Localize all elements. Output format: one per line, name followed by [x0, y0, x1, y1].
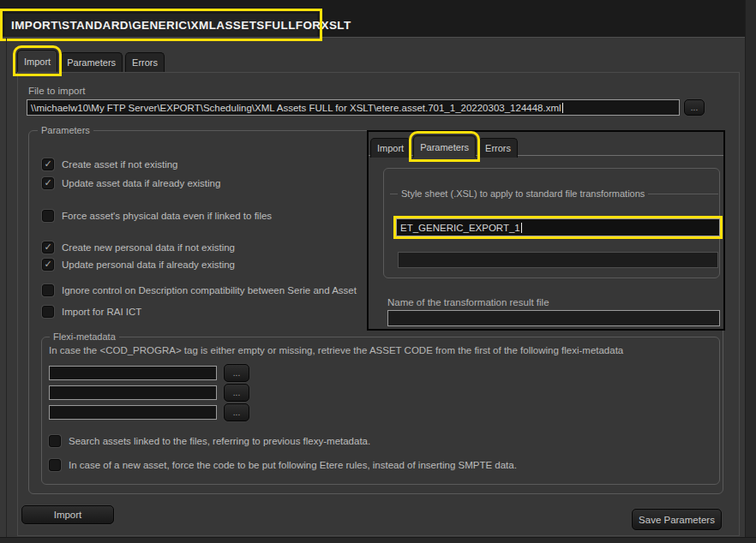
flexi-metadata-group-label: Flexi-metadata	[50, 331, 119, 342]
flexi-field-2[interactable]	[49, 385, 217, 400]
checkbox-box[interactable]	[42, 210, 54, 222]
checkbox-box[interactable]	[42, 242, 54, 254]
nested-tab-import[interactable]: Import	[370, 138, 411, 158]
checkbox-row-force-physical[interactable]: Force asset's physical data even if link…	[42, 209, 272, 222]
flexi-browse-button-1[interactable]: ...	[224, 364, 249, 382]
checkbox-label: Force asset's physical data even if link…	[62, 211, 272, 221]
checkbox-row-update-asset[interactable]: Update asset data if already existing	[42, 176, 220, 189]
tab-import[interactable]: Import	[17, 50, 57, 72]
file-to-import-label: File to import	[28, 86, 85, 96]
checkbox-row-search-assets[interactable]: Search assets linked to the files, refer…	[49, 434, 370, 447]
checkbox-label: Create new personal data if not existing	[62, 242, 235, 253]
checkbox-label: Ignore control on Description compatibil…	[62, 285, 357, 295]
nested-tab-parameters[interactable]: Parameters	[413, 135, 476, 158]
checkbox-row-ignore-description[interactable]: Ignore control on Description compatibil…	[42, 283, 357, 296]
checkbox-label: Update asset data if already existing	[62, 178, 220, 188]
flexi-field-1[interactable]	[49, 366, 217, 380]
checkbox-row-create-asset[interactable]: Create asset if not existing	[42, 158, 178, 170]
file-browse-button[interactable]: ...	[684, 99, 705, 116]
title-bar: IMPORT\STANDARD\GENERIC\XMLASSETSFULLFOR…	[0, 0, 756, 38]
save-parameters-button[interactable]: Save Parameters	[632, 509, 722, 530]
result-file-input[interactable]	[387, 310, 720, 326]
checkbox-label: Search assets linked to the files, refer…	[69, 436, 370, 446]
main-tab-strip: Import Parameters Errors	[17, 50, 165, 72]
checkbox-box[interactable]	[42, 306, 54, 318]
checkbox-box[interactable]	[42, 177, 54, 189]
style-sheet-group-label: Style sheet (.XSL) to apply to standard …	[398, 188, 648, 199]
flexi-browse-button-3[interactable]: ...	[224, 403, 249, 421]
checkbox-box[interactable]	[42, 284, 54, 296]
result-file-label: Name of the transformation result file	[387, 297, 549, 307]
text-cursor	[521, 223, 522, 233]
import-button[interactable]: Import	[21, 505, 114, 524]
tab-errors[interactable]: Errors	[125, 52, 165, 72]
window-bottom-edge	[0, 537, 756, 543]
window-left-edge	[6, 38, 7, 537]
parameters-group-label: Parameters	[38, 125, 93, 135]
checkbox-label: In case of a new asset, force the code t…	[69, 460, 517, 470]
checkbox-box[interactable]	[42, 259, 54, 271]
window-right-edge	[745, 0, 756, 543]
file-to-import-value: \\michaelw10\My FTP Server\EXPORT\Schedu…	[31, 103, 561, 113]
checkbox-box[interactable]	[42, 158, 54, 170]
file-to-import-input[interactable]: \\michaelw10\My FTP Server\EXPORT\Schedu…	[27, 99, 680, 116]
style-sheet-input[interactable]: ET_GENERIC_EXPORT_1	[396, 218, 720, 236]
tab-parameters[interactable]: Parameters	[60, 52, 123, 72]
checkbox-label: Update personal data if already existing	[62, 260, 235, 270]
style-sheet-value: ET_GENERIC_EXPORT_1	[400, 223, 520, 233]
flexi-field-3[interactable]	[49, 405, 217, 420]
import-window: IMPORT\STANDARD\GENERIC\XMLASSETSFULLFOR…	[0, 0, 756, 543]
checkbox-label: Import for RAI ICT	[62, 307, 141, 317]
style-sheet-secondary-input[interactable]	[398, 252, 718, 268]
nested-tab-strip: Import Parameters Errors	[370, 135, 518, 158]
text-cursor	[562, 103, 563, 113]
checkbox-row-update-personal[interactable]: Update personal data if already existing	[42, 258, 235, 271]
nested-tab-errors[interactable]: Errors	[478, 138, 518, 158]
checkbox-box[interactable]	[49, 435, 61, 447]
checkbox-row-import-rai-ict[interactable]: Import for RAI ICT	[42, 305, 141, 318]
checkbox-row-force-etere-rules[interactable]: In case of a new asset, force the code t…	[49, 458, 517, 471]
checkbox-box[interactable]	[49, 459, 61, 471]
checkbox-row-create-personal[interactable]: Create new personal data if not existing	[42, 241, 235, 254]
flexi-browse-button-2[interactable]: ...	[224, 384, 249, 402]
checkbox-label: Create asset if not existing	[62, 159, 178, 170]
flexi-metadata-description: In case the <COD_PROGRA> tag is either e…	[49, 345, 623, 355]
window-title: IMPORT\STANDARD\GENERIC\XMLASSETSFULLFOR…	[5, 14, 317, 36]
